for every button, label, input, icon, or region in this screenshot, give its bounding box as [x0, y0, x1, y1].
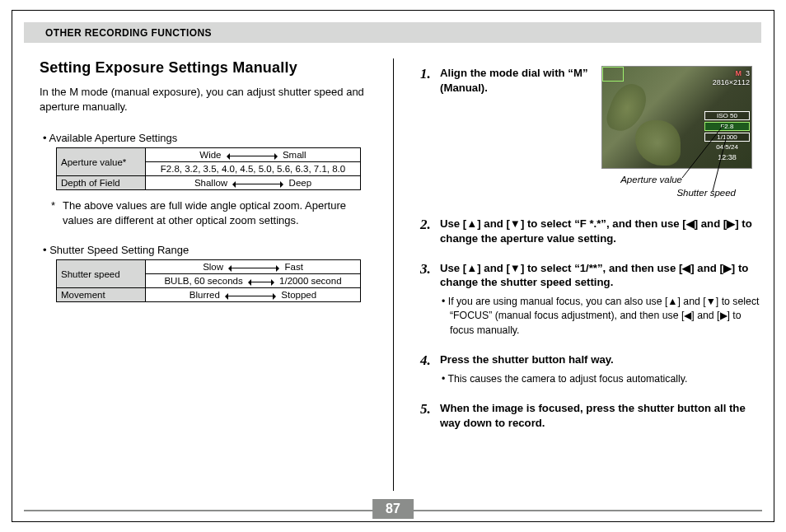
shutter-range-row: Slow Fast — [146, 260, 361, 274]
double-arrow-icon — [233, 184, 283, 184]
aperture-range-row: Wide Small — [146, 148, 361, 162]
depth-of-field-label: Depth of Field — [57, 176, 146, 190]
double-arrow-icon — [249, 282, 274, 282]
shutter-values-row: BULB, 60 seconds 1/2000 second — [146, 274, 361, 288]
movement-range-row: Blurred Stopped — [146, 288, 361, 302]
range-right: Deep — [289, 178, 312, 188]
range-right: Small — [283, 150, 306, 160]
step-sub-bullet: • If you are using manual focus, you can… — [450, 295, 762, 338]
lcd-date: 04/5/24 — [704, 143, 750, 152]
right-column: M 3 2816×2112 ISO 50 F2.8 1/1000 04/5/24… — [420, 66, 762, 446]
step-3: 3. Use [▲] and [▼] to select “1/**”, and… — [420, 261, 762, 338]
lcd-focus-frame — [602, 67, 624, 82]
step-text: Align the mode dial with “M” (Manual). — [440, 66, 597, 96]
aperture-settings-title: • Available Aperture Settings — [43, 132, 369, 144]
intro-paragraph: In the M mode (manual exposure), you can… — [40, 85, 369, 114]
range-left: Wide — [199, 150, 221, 160]
step-text: Use [▲] and [▼] to select “F *.*”, and t… — [440, 217, 762, 246]
lcd-caption-aperture: Aperture value — [620, 175, 682, 184]
step-number: 2. — [420, 217, 437, 233]
aperture-table: Aperture value* Wide Small F2.8, 3.2, 3.… — [56, 147, 361, 190]
range-left: BULB, 60 seconds — [164, 276, 242, 286]
page-heading: Setting Exposure Settings Manually — [40, 59, 369, 77]
dof-range-row: Shallow Deep — [146, 176, 361, 190]
section-header-title: OTHER RECORDING FUNCTIONS — [24, 27, 212, 39]
aperture-value-label: Aperture value* — [57, 148, 146, 176]
lcd-preview-block: M 3 2816×2112 ISO 50 F2.8 1/1000 04/5/24… — [601, 66, 752, 169]
shutter-table: Shutter speed Slow Fast BULB, 60 seconds… — [56, 259, 361, 302]
lcd-shutter-box: 1/1000 — [704, 133, 750, 142]
step-text: Press the shutter button half way. • Thi… — [440, 352, 762, 386]
range-left: Slow — [203, 262, 223, 272]
lcd-resolution: 2816×2112 — [713, 78, 750, 86]
lcd-shot-count: 3 — [746, 69, 750, 77]
double-arrow-icon — [227, 156, 277, 156]
step-2: 2. Use [▲] and [▼] to select “F *.*”, an… — [420, 217, 762, 246]
step-sub-bullet: • This causes the camera to adjust focus… — [450, 372, 762, 386]
aperture-footnote: *The above values are full wide angle op… — [63, 198, 369, 227]
movement-label: Movement — [57, 288, 146, 302]
left-column: Setting Exposure Settings Manually In th… — [40, 59, 369, 310]
page-number: 87 — [372, 499, 414, 519]
range-right: 1/2000 second — [279, 276, 341, 286]
lcd-mode-indicator: M — [736, 69, 742, 77]
double-arrow-icon — [229, 268, 278, 268]
section-header: OTHER RECORDING FUNCTIONS — [24, 22, 762, 44]
lcd-screen: M 3 2816×2112 ISO 50 F2.8 1/1000 04/5/24… — [601, 66, 752, 169]
step-text: When the image is focused, press the shu… — [440, 401, 762, 431]
range-right: Fast — [284, 262, 302, 272]
lcd-time: 12:38 — [704, 153, 750, 162]
range-right: Stopped — [281, 290, 316, 300]
step-number: 1. — [420, 66, 437, 82]
range-left: Shallow — [194, 178, 227, 188]
step-number: 3. — [420, 261, 437, 278]
step-number: 4. — [420, 352, 437, 369]
shutter-speed-label: Shutter speed — [57, 260, 146, 288]
step-4: 4. Press the shutter button half way. • … — [420, 352, 762, 386]
step-text: Use [▲] and [▼] to select “1/**”, and th… — [440, 261, 762, 338]
step-number: 5. — [420, 401, 437, 418]
shutter-settings-title: • Shutter Speed Setting Range — [43, 244, 369, 256]
lcd-iso-box: ISO 50 — [704, 111, 750, 120]
double-arrow-icon — [226, 296, 275, 296]
lcd-aperture-box: F2.8 — [704, 122, 750, 131]
range-left: Blurred — [189, 290, 220, 300]
column-divider — [393, 58, 394, 491]
lcd-caption-shutter: Shutter speed — [676, 188, 736, 198]
step-5: 5. When the image is focused, press the … — [420, 401, 762, 431]
aperture-values: F2.8, 3.2, 3.5, 4.0, 4.5, 5.0, 5.6, 6.3,… — [146, 162, 361, 176]
